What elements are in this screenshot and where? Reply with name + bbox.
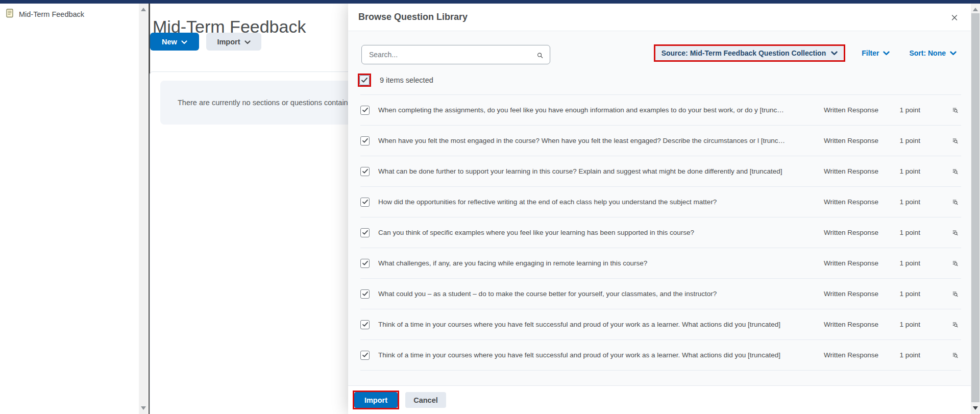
sidebar-scrollbar[interactable] (139, 4, 148, 414)
question-points: 1 point (888, 229, 920, 236)
dialog-footer: Import Cancel (348, 385, 971, 414)
question-text: Think of a time in your courses where yo… (378, 351, 787, 359)
dialog-cancel-button[interactable]: Cancel (405, 392, 446, 408)
question-row: Can you think of specific examples where… (360, 217, 961, 248)
scroll-down-arrow-icon[interactable] (141, 406, 146, 410)
question-points: 1 point (888, 321, 920, 328)
document-icon (6, 9, 14, 20)
scroll-up-arrow-icon[interactable] (973, 8, 978, 11)
top-navy-bar (0, 0, 980, 4)
question-points: 1 point (888, 137, 920, 144)
question-type: Written Response (787, 198, 878, 206)
sidebar-item-mid-term-feedback[interactable]: Mid-Term Feedback (0, 4, 139, 20)
dialog-header: Browse Question Library (348, 4, 971, 31)
question-type: Written Response (787, 137, 878, 144)
sidebar-item-label: Mid-Term Feedback (19, 10, 84, 18)
question-points: 1 point (888, 351, 920, 359)
question-points: 1 point (888, 290, 920, 298)
question-row: What could you – as a student – do to ma… (360, 279, 961, 309)
preview-question-icon[interactable] (949, 135, 961, 147)
scroll-up-arrow-icon[interactable] (141, 8, 146, 11)
dialog-import-button[interactable]: Import (354, 392, 398, 408)
question-points: 1 point (888, 259, 920, 267)
question-text: Can you think of specific examples where… (378, 229, 787, 236)
preview-question-icon[interactable] (949, 288, 961, 300)
preview-question-icon[interactable] (949, 165, 961, 178)
question-type: Written Response (787, 290, 878, 298)
question-text: Think of a time in your courses where yo… (378, 321, 787, 328)
question-checkbox[interactable] (360, 259, 370, 268)
question-text: How did the opportunities for reflective… (378, 198, 787, 206)
question-checkbox[interactable] (360, 106, 370, 115)
window-scrollbar[interactable] (971, 4, 980, 414)
question-type: Written Response (787, 321, 878, 328)
chevron-down-icon (883, 49, 890, 57)
question-checkbox[interactable] (360, 351, 370, 360)
browse-question-library-dialog: Browse Question Library Source: Mid-Term… (348, 4, 971, 414)
question-text: What can be done further to support your… (378, 167, 787, 175)
search-field-wrap (361, 45, 550, 64)
annotation-box-import: Import (353, 391, 399, 409)
question-checkbox[interactable] (360, 289, 370, 299)
search-icon[interactable] (534, 49, 546, 61)
scrollbar-thumb[interactable] (971, 13, 979, 402)
dialog-title: Browse Question Library (358, 12, 468, 22)
filter-dropdown[interactable]: Filter (859, 48, 893, 58)
question-row: What can be done further to support your… (360, 156, 961, 187)
preview-question-icon[interactable] (949, 196, 961, 208)
question-row: When have you felt the most engaged in t… (360, 126, 961, 156)
new-button[interactable]: New (150, 33, 199, 51)
question-checkbox[interactable] (360, 198, 370, 207)
annotation-box-select-all (358, 74, 371, 87)
selection-summary-row: 9 items selected (358, 74, 433, 87)
question-text: What could you – as a student – do to ma… (378, 290, 787, 298)
preview-question-icon[interactable] (949, 349, 961, 361)
question-type: Written Response (787, 229, 878, 236)
source-dropdown[interactable]: Source: Mid-Term Feedback Question Colle… (655, 46, 844, 60)
question-points: 1 point (888, 167, 920, 175)
question-text: What challenges, if any, are you facing … (378, 259, 787, 267)
preview-question-icon[interactable] (949, 104, 961, 116)
question-points: 1 point (888, 198, 920, 206)
question-row: How did the opportunities for reflective… (360, 187, 961, 217)
list-controls: Source: Mid-Term Feedback Question Colle… (654, 44, 960, 62)
question-text: When have you felt the most engaged in t… (378, 137, 787, 144)
question-checkbox[interactable] (360, 320, 370, 329)
question-checkbox[interactable] (360, 228, 370, 237)
selection-summary-label: 9 items selected (380, 76, 433, 84)
question-type: Written Response (787, 351, 878, 359)
question-type: Written Response (787, 106, 878, 114)
annotation-box-source: Source: Mid-Term Feedback Question Colle… (654, 44, 846, 62)
sort-dropdown[interactable]: Sort: None (906, 48, 960, 58)
question-points: 1 point (888, 106, 920, 114)
question-row: When completing the assignments, do you … (360, 95, 961, 126)
question-type: Written Response (787, 259, 878, 267)
empty-state-message: There are currently no sections or quest… (178, 99, 360, 107)
chevron-down-icon (181, 38, 187, 46)
question-row: Think of a time in your courses where yo… (360, 340, 961, 371)
preview-question-icon[interactable] (949, 319, 961, 331)
question-type: Written Response (787, 167, 878, 175)
preview-question-icon[interactable] (949, 257, 961, 270)
question-row: Think of a time in your courses where yo… (360, 309, 961, 340)
chevron-down-icon (950, 49, 957, 57)
import-button[interactable]: Import (206, 33, 261, 51)
question-row: What challenges, if any, are you facing … (360, 248, 961, 279)
question-checkbox[interactable] (360, 167, 370, 176)
scroll-down-arrow-icon[interactable] (973, 406, 978, 410)
select-all-checkbox[interactable] (359, 75, 370, 85)
question-text: When completing the assignments, do you … (378, 106, 787, 114)
chevron-down-icon (831, 49, 838, 57)
question-library-tree-sidebar: Mid-Term Feedback (0, 4, 139, 414)
chevron-down-icon (244, 38, 251, 46)
question-checkbox[interactable] (360, 136, 370, 145)
preview-question-icon[interactable] (949, 227, 961, 239)
search-input[interactable] (361, 45, 550, 64)
close-icon[interactable] (948, 11, 961, 23)
question-list: When completing the assignments, do you … (360, 94, 961, 371)
